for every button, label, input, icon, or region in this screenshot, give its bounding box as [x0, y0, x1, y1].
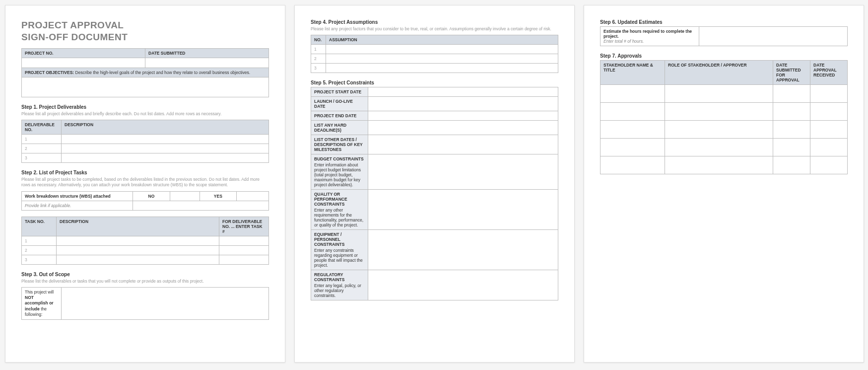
step7-title: Step 7. Approvals	[600, 53, 848, 59]
scope-label: This project will NOT accomplish or incl…	[22, 288, 62, 319]
task-for-cell[interactable]	[219, 245, 269, 255]
approval-name-cell[interactable]	[601, 156, 665, 174]
wbs-yes-label: YES	[200, 191, 237, 201]
table-row: 1	[22, 134, 62, 144]
deliverable-desc-cell[interactable]	[62, 153, 269, 162]
scope-pre: This project will	[25, 290, 54, 295]
deliverable-desc-cell[interactable]	[62, 134, 269, 144]
approval-sub-cell[interactable]	[773, 103, 810, 121]
approvals-table: STAKEHOLDER NAME & TITLE ROLE OF STAKEHO…	[600, 60, 848, 174]
task-no-header: TASK NO.	[22, 217, 57, 236]
estimates-table: Estimate the hours required to complete …	[600, 26, 848, 46]
wbs-link-hint: Provide link if applicable.	[22, 201, 133, 210]
step5-title: Step 5. Project Constraints	[311, 80, 558, 85]
end-date-label: PROJECT END DATE	[311, 111, 368, 121]
approval-rec-cell[interactable]	[810, 85, 848, 103]
approval-rec-cell[interactable]	[810, 103, 848, 121]
table-row: 2	[22, 144, 62, 153]
objectives-hint: Describe the high-level goals of the pro…	[75, 70, 250, 75]
approval-sub-cell[interactable]	[773, 156, 810, 174]
quality-bold: QUALITY OR PERFORMANCE CONSTRAINTS	[314, 192, 347, 207]
regulatory-label: REGULATORY CONSTRAINTS Enter any legal, …	[311, 270, 368, 300]
task-desc-cell[interactable]	[57, 236, 219, 245]
quality-label: QUALITY OR PERFORMANCE CONSTRAINTS Enter…	[311, 190, 368, 230]
step4-title: Step 4. Project Assumptions	[311, 19, 558, 25]
objectives-cell[interactable]	[22, 77, 269, 97]
estimate-hint: Enter total # of hours.	[603, 39, 644, 44]
table-row: 2	[22, 245, 57, 255]
approval-name-cell[interactable]	[601, 121, 665, 139]
approval-role-cell[interactable]	[665, 103, 773, 121]
other-dates-label: LIST OTHER DATES / DESCRIPTIONS OF KEY M…	[311, 135, 368, 154]
hard-deadline-cell[interactable]	[368, 121, 558, 135]
launch-date-cell[interactable]	[368, 97, 558, 111]
objectives-header: PROJECT OBJECTIVES: Describe the high-le…	[22, 68, 269, 77]
quality-cell[interactable]	[368, 190, 558, 230]
estimate-cell[interactable]	[699, 27, 848, 46]
approval-name-cell[interactable]	[601, 103, 665, 121]
approval-role-cell[interactable]	[665, 156, 773, 174]
assumption-cell[interactable]	[326, 64, 558, 73]
task-desc-cell[interactable]	[57, 255, 219, 264]
other-dates-cell[interactable]	[368, 135, 558, 154]
approval-role-cell[interactable]	[665, 85, 773, 103]
project-no-cell[interactable]	[22, 58, 145, 68]
stakeholder-role-header: ROLE OF STAKEHOLDER / APPROVER	[665, 61, 773, 85]
assumption-header: ASSUMPTION	[326, 35, 558, 45]
regulatory-cell[interactable]	[368, 270, 558, 300]
project-no-header: PROJECT NO.	[22, 48, 145, 58]
approval-sub-cell[interactable]	[773, 139, 810, 156]
table-row: 3	[22, 255, 57, 264]
approval-role-cell[interactable]	[665, 139, 773, 156]
constraints-table: PROJECT START DATE LAUNCH / GO-LIVE DATE…	[311, 87, 558, 300]
page-3: Step 6. Updated Estimates Estimate the h…	[584, 5, 864, 363]
wbs-no-cell[interactable]	[170, 191, 200, 201]
task-for-cell[interactable]	[219, 236, 269, 245]
date-submitted-header: DATE SUBMITTED	[145, 48, 269, 58]
task-for-header: FOR DELIVERABLE NO. ... ENTER TASK #	[219, 217, 269, 236]
scope-table: This project will NOT accomplish or incl…	[21, 287, 269, 319]
regulatory-sub: Enter any legal, policy, or other regula…	[314, 283, 365, 298]
task-desc-header: DESCRIPTION	[57, 217, 219, 236]
estimate-label-cell: Estimate the hours required to complete …	[601, 27, 699, 46]
assumption-cell[interactable]	[326, 54, 558, 64]
deliverables-table: DELIVERABLE NO. DESCRIPTION 1 2 3	[21, 120, 269, 163]
task-for-cell[interactable]	[219, 255, 269, 264]
start-date-label: PROJECT START DATE	[311, 87, 368, 97]
approval-rec-cell[interactable]	[810, 139, 848, 156]
budget-cell[interactable]	[368, 154, 558, 190]
page-1: PROJECT APPROVAL SIGN-OFF DOCUMENT PROJE…	[5, 5, 285, 363]
deliverable-no-header: DELIVERABLE NO.	[22, 120, 62, 134]
step3-title: Step 3. Out of Scope	[21, 272, 269, 277]
tasks-table: TASK NO. DESCRIPTION FOR DELIVERABLE NO.…	[21, 217, 269, 265]
wbs-yes-cell[interactable]	[237, 191, 269, 201]
approval-role-cell[interactable]	[665, 121, 773, 139]
approval-name-cell[interactable]	[601, 139, 665, 156]
deliverable-desc-cell[interactable]	[62, 144, 269, 153]
hard-deadline-label: LIST ANY HARD DEADLINE(S)	[311, 121, 368, 135]
page-2: Step 4. Project Assumptions Please list …	[294, 5, 575, 363]
assumption-cell[interactable]	[326, 45, 558, 54]
approval-rec-cell[interactable]	[810, 121, 848, 139]
date-submitted-cell[interactable]	[145, 58, 269, 68]
wbs-label: Work breakdown structure (WBS) attached	[22, 191, 133, 201]
approval-sub-cell[interactable]	[773, 121, 810, 139]
deliverable-desc-header: DESCRIPTION	[62, 120, 269, 134]
document-title: PROJECT APPROVAL SIGN-OFF DOCUMENT	[21, 19, 269, 43]
table-row: 1	[22, 236, 57, 245]
approval-sub-cell[interactable]	[773, 85, 810, 103]
objectives-label: PROJECT OBJECTIVES:	[25, 70, 74, 75]
equipment-cell[interactable]	[368, 230, 558, 270]
start-date-cell[interactable]	[368, 87, 558, 97]
end-date-cell[interactable]	[368, 111, 558, 121]
wbs-link-cell[interactable]	[133, 201, 269, 210]
step2-title: Step 2. List of Project Tasks	[21, 170, 269, 175]
approval-rec-cell[interactable]	[810, 156, 848, 174]
assumption-no-header: NO.	[311, 35, 326, 45]
approval-name-cell[interactable]	[601, 85, 665, 103]
scope-cell[interactable]	[62, 288, 269, 319]
estimate-label: Estimate the hours required to complete …	[603, 29, 692, 39]
step1-desc: Please list all project deliverables and…	[21, 111, 269, 117]
task-desc-cell[interactable]	[57, 245, 219, 255]
table-row: 3	[311, 64, 326, 73]
